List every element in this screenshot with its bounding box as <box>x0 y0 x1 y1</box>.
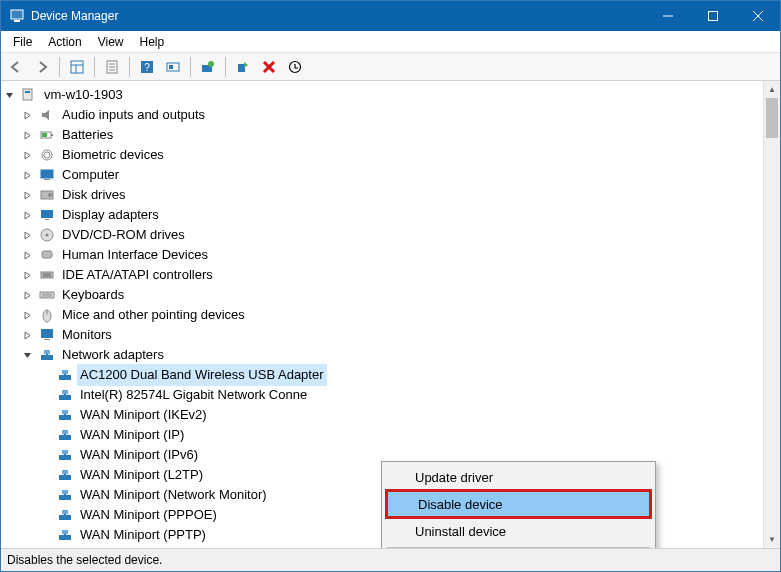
expand-icon <box>23 111 37 120</box>
svg-text:?: ? <box>144 62 150 73</box>
tree-category-computer[interactable]: Computer <box>5 165 763 185</box>
tree-category-display[interactable]: Display adapters <box>5 205 763 225</box>
svg-rect-45 <box>41 329 53 338</box>
svg-rect-62 <box>59 455 71 460</box>
tree-item-label: WAN Miniport (IKEv2) <box>77 404 210 426</box>
tree-category-network[interactable]: Network adapters <box>5 345 763 365</box>
tree-item-label: AC1200 Dual Band Wireless USB Adapter <box>77 364 327 386</box>
tree-device-network-2[interactable]: WAN Miniport (IKEv2) <box>5 405 763 425</box>
tree-item-label: Biometric devices <box>59 144 167 166</box>
enable-device-button[interactable] <box>232 56 254 78</box>
show-hide-tree-button[interactable] <box>66 56 88 78</box>
tree-item-label: DVD/CD-ROM drives <box>59 224 188 246</box>
tree-item-label: WAN Miniport (IP) <box>77 424 187 446</box>
network-icon <box>39 347 55 363</box>
svg-rect-22 <box>25 91 30 93</box>
svg-rect-71 <box>59 515 71 520</box>
tree-category-batteries[interactable]: Batteries <box>5 125 763 145</box>
menu-action[interactable]: Action <box>40 33 89 51</box>
update-driver-button[interactable] <box>197 56 219 78</box>
tree-root[interactable]: vm-w10-1903 <box>5 85 763 105</box>
ctx-separator <box>387 547 650 548</box>
svg-rect-74 <box>59 535 71 540</box>
svg-rect-51 <box>62 370 68 374</box>
help-button[interactable]: ? <box>136 56 158 78</box>
menu-view[interactable]: View <box>90 33 132 51</box>
properties-button[interactable] <box>101 56 123 78</box>
svg-rect-32 <box>41 210 53 218</box>
maximize-button[interactable] <box>690 1 735 31</box>
menu-file[interactable]: File <box>5 33 40 51</box>
svg-point-18 <box>208 61 214 67</box>
svg-rect-54 <box>62 390 68 394</box>
expand-icon <box>23 171 37 180</box>
svg-rect-65 <box>59 475 71 480</box>
expand-icon <box>23 131 37 140</box>
svg-rect-46 <box>44 339 50 340</box>
tree-category-monitors[interactable]: Monitors <box>5 325 763 345</box>
svg-rect-53 <box>59 395 71 400</box>
svg-rect-60 <box>62 430 68 434</box>
svg-rect-28 <box>41 170 53 178</box>
expand-icon <box>23 271 37 280</box>
scan-hardware-button[interactable] <box>162 56 184 78</box>
vertical-scrollbar[interactable]: ▲ ▼ <box>763 81 780 548</box>
tree-category-audio[interactable]: Audio inputs and outputs <box>5 105 763 125</box>
tree-category-disk[interactable]: Disk drives <box>5 185 763 205</box>
back-button[interactable] <box>5 56 27 78</box>
tree-device-network-1[interactable]: Intel(R) 82574L Gigabit Network Conne <box>5 385 763 405</box>
svg-rect-59 <box>59 435 71 440</box>
close-button[interactable] <box>735 1 780 31</box>
toolbar-separator <box>225 57 226 77</box>
network-icon <box>57 407 73 423</box>
svg-rect-33 <box>45 219 49 220</box>
ctx-uninstall-device[interactable]: Uninstall device <box>385 519 652 543</box>
scroll-down-icon[interactable]: ▼ <box>764 531 780 548</box>
expand-icon <box>23 251 37 260</box>
tree-item-label: Human Interface Devices <box>59 244 211 266</box>
tree-category-keyboards[interactable]: Keyboards <box>5 285 763 305</box>
scroll-thumb[interactable] <box>766 98 778 138</box>
tree-category-biometric[interactable]: Biometric devices <box>5 145 763 165</box>
tree-item-label: Mice and other pointing devices <box>59 304 248 326</box>
svg-rect-63 <box>62 450 68 454</box>
client-area: vm-w10-1903Audio inputs and outputsBatte… <box>1 81 780 549</box>
svg-rect-48 <box>44 350 50 354</box>
ctx-update-driver[interactable]: Update driver <box>385 465 652 489</box>
ctx-disable-device[interactable]: Disable device <box>388 492 649 516</box>
hid-icon <box>39 247 55 263</box>
collapse-icon <box>23 351 37 360</box>
minimize-button[interactable] <box>645 1 690 31</box>
svg-rect-1 <box>14 20 20 22</box>
svg-rect-56 <box>59 415 71 420</box>
mouse-icon <box>39 307 55 323</box>
svg-rect-47 <box>41 355 53 360</box>
tree-item-label: WAN Miniport (PPPOE) <box>77 504 220 526</box>
tree-category-hid[interactable]: Human Interface Devices <box>5 245 763 265</box>
svg-rect-72 <box>62 510 68 514</box>
tree-item-label: Keyboards <box>59 284 127 306</box>
svg-rect-69 <box>62 490 68 494</box>
menu-help[interactable]: Help <box>132 33 173 51</box>
network-icon <box>57 387 73 403</box>
tree-category-dvd[interactable]: DVD/CD-ROM drives <box>5 225 763 245</box>
network-icon <box>57 467 73 483</box>
disable-device-button[interactable] <box>284 56 306 78</box>
tree-device-network-3[interactable]: WAN Miniport (IP) <box>5 425 763 445</box>
toolbar-separator <box>190 57 191 77</box>
tree-category-mice[interactable]: Mice and other pointing devices <box>5 305 763 325</box>
keyboard-icon <box>39 287 55 303</box>
tree-device-network-0[interactable]: AC1200 Dual Band Wireless USB Adapter <box>5 365 763 385</box>
uninstall-device-button[interactable] <box>258 56 280 78</box>
expand-icon <box>23 151 37 160</box>
tree-item-label: WAN Miniport (PPTP) <box>77 524 209 546</box>
svg-rect-21 <box>23 89 32 100</box>
monitor-icon <box>39 327 55 343</box>
tree-category-ide[interactable]: IDE ATA/ATAPI controllers <box>5 265 763 285</box>
forward-button[interactable] <box>31 56 53 78</box>
tree-item-label: Disk drives <box>59 184 129 206</box>
titlebar: Device Manager <box>1 1 780 31</box>
pc-icon <box>21 87 37 103</box>
expand-icon <box>23 311 37 320</box>
scroll-up-icon[interactable]: ▲ <box>764 81 780 98</box>
